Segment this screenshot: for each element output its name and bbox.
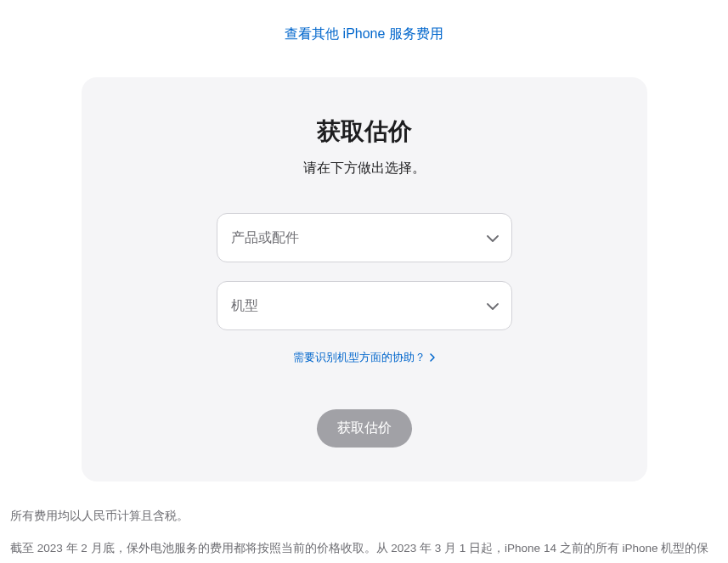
estimate-card: 获取估价 请在下方做出选择。 产品或配件 机型 需要识别机型方面的协助？	[82, 77, 647, 481]
model-select-placeholder: 机型	[231, 297, 258, 315]
footer-line2-text: 截至 2023 年 2 月底，保外电池服务的费用都将按照当前的价格收取。从 20…	[10, 542, 708, 563]
product-select-wrapper: 产品或配件	[217, 213, 512, 262]
product-select[interactable]: 产品或配件	[217, 213, 512, 262]
footer-line-1: 所有费用均以人民币计算且含税。	[10, 505, 718, 527]
chevron-right-icon	[430, 352, 435, 364]
card-title: 获取估价	[116, 115, 613, 148]
card-subtitle: 请在下方做出选择。	[116, 160, 613, 177]
top-link-container: 查看其他 iPhone 服务费用	[8, 25, 720, 43]
footer-line-2: 截至 2023 年 2 月底，保外电池服务的费用都将按照当前的价格收取。从 20…	[10, 538, 718, 563]
model-select-wrapper: 机型	[217, 281, 512, 330]
other-services-link[interactable]: 查看其他 iPhone 服务费用	[285, 26, 443, 41]
help-link-text: 需要识别机型方面的协助？	[293, 351, 426, 363]
footer-notes: 所有费用均以人民币计算且含税。 截至 2023 年 2 月底，保外电池服务的费用…	[8, 505, 720, 563]
identify-model-link[interactable]: 需要识别机型方面的协助？	[293, 351, 436, 363]
get-estimate-button[interactable]: 获取估价	[317, 409, 412, 448]
product-select-placeholder: 产品或配件	[231, 229, 299, 247]
help-link-container: 需要识别机型方面的协助？	[116, 349, 613, 365]
model-select[interactable]: 机型	[217, 281, 512, 330]
